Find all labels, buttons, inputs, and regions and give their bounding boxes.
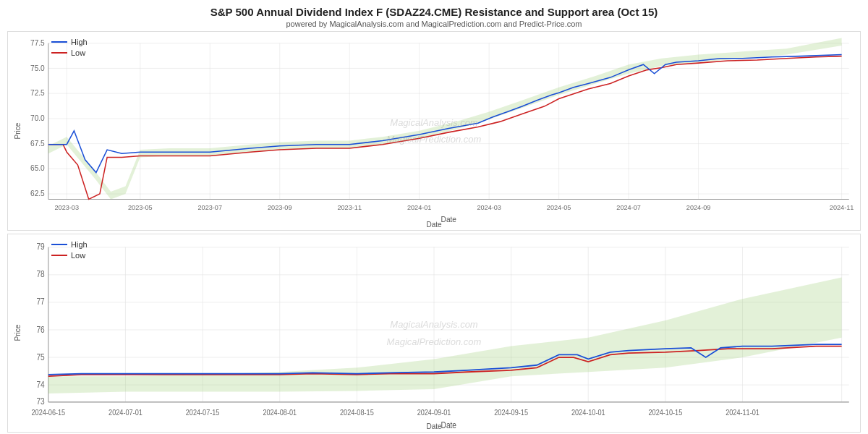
svg-text:2023-07: 2023-07 — [198, 204, 223, 211]
legend2-high: High — [51, 240, 88, 249]
chart2-wrapper: High Low MagicalAnalysis.comMagicalPredi… — [7, 234, 861, 433]
svg-text:2024-08-15: 2024-08-15 — [340, 408, 374, 417]
svg-text:74: 74 — [36, 379, 44, 388]
svg-text:2024-07-15: 2024-07-15 — [186, 408, 220, 417]
svg-text:2024-06-15: 2024-06-15 — [32, 408, 66, 417]
svg-text:2023-11: 2023-11 — [337, 204, 362, 211]
svg-text:79: 79 — [36, 242, 44, 251]
svg-text:75: 75 — [36, 352, 44, 361]
low2-label: Low — [71, 251, 85, 260]
main-container: S&P 500 Annual Dividend Index F (SDAZ24.… — [0, 0, 868, 434]
svg-text:73: 73 — [36, 396, 44, 406]
title-area: S&P 500 Annual Dividend Index F (SDAZ24.… — [0, 0, 868, 30]
svg-text:2024-09-01: 2024-09-01 — [417, 408, 451, 417]
svg-text:72.5: 72.5 — [30, 89, 45, 97]
svg-text:67.5: 67.5 — [30, 140, 45, 148]
legend2-low: Low — [51, 251, 88, 260]
svg-text:Date: Date — [441, 420, 456, 429]
svg-text:2024-11-01: 2024-11-01 — [726, 408, 760, 417]
subtitle: powered by MagicalAnalysis.com and Magic… — [0, 20, 868, 28]
legend-high: High — [51, 38, 88, 46]
svg-text:2024-10-15: 2024-10-15 — [649, 408, 683, 417]
chart1-wrapper: High Low MagicalAnalysis.comMagicalPredi… — [7, 31, 861, 231]
svg-marker-78 — [48, 277, 842, 393]
svg-text:2023-09: 2023-09 — [268, 204, 292, 211]
svg-text:2024-09-15: 2024-09-15 — [494, 408, 528, 417]
chart1-legend: High Low — [51, 38, 88, 57]
chart2-y-label: Price — [14, 325, 22, 341]
svg-text:77: 77 — [36, 297, 44, 306]
svg-text:2024-07-01: 2024-07-01 — [109, 408, 142, 417]
svg-text:2024-10-01: 2024-10-01 — [571, 408, 605, 417]
svg-text:70.0: 70.0 — [30, 114, 45, 122]
svg-text:76: 76 — [36, 324, 44, 333]
svg-text:75.0: 75.0 — [30, 64, 45, 72]
high2-line-icon — [51, 244, 67, 245]
chart1-x-label: Date — [426, 221, 441, 229]
chart2-legend: High Low — [51, 240, 88, 260]
chart2-svg: 79 78 77 76 75 74 73 2024-06-15 — [8, 234, 860, 433]
low-line-icon — [51, 52, 67, 54]
chart1-y-label: Price — [14, 122, 22, 139]
svg-text:2023-05: 2023-05 — [128, 204, 153, 211]
svg-text:2024-03: 2024-03 — [477, 204, 501, 211]
svg-text:77.5: 77.5 — [30, 39, 45, 47]
main-title: S&P 500 Annual Dividend Index F (SDAZ24.… — [0, 6, 868, 18]
high-label: High — [71, 38, 88, 46]
legend-low: Low — [51, 48, 88, 57]
chart2-x-label: Date — [426, 422, 441, 430]
svg-text:2024-07: 2024-07 — [616, 204, 641, 211]
svg-text:78: 78 — [36, 269, 44, 278]
high2-label: High — [71, 240, 88, 249]
low-label: Low — [71, 48, 85, 57]
svg-text:2024-05: 2024-05 — [547, 204, 571, 211]
svg-text:2023-03: 2023-03 — [54, 204, 79, 211]
svg-text:65.0: 65.0 — [30, 164, 45, 172]
svg-text:2024-01: 2024-01 — [407, 204, 432, 211]
charts-container: High Low MagicalAnalysis.comMagicalPredi… — [0, 30, 868, 434]
high-line-icon — [51, 41, 67, 43]
low2-line-icon — [51, 255, 67, 256]
chart1-svg: 77.5 75.0 72.5 70.0 67.5 65.0 62.5 — [8, 32, 860, 230]
svg-text:2024-11: 2024-11 — [830, 204, 854, 211]
svg-text:2024-08-01: 2024-08-01 — [263, 408, 297, 417]
svg-text:62.5: 62.5 — [30, 190, 45, 197]
svg-text:Date: Date — [441, 216, 457, 224]
svg-text:2024-09: 2024-09 — [686, 204, 711, 211]
